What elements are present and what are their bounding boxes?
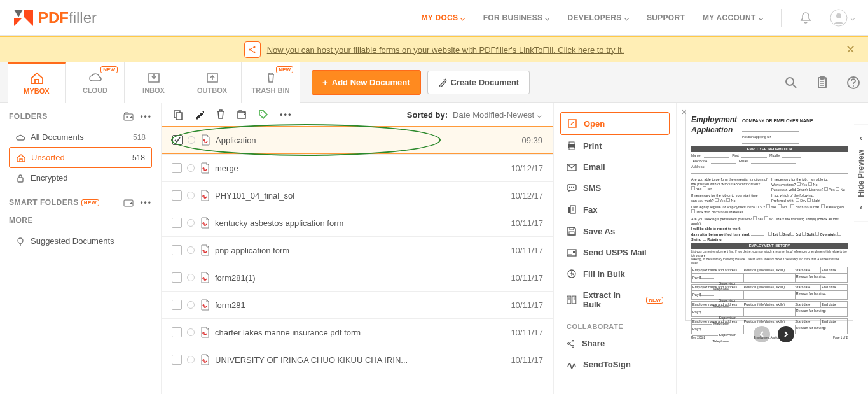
logo[interactable]: PDFfiller bbox=[13, 8, 97, 27]
close-icon[interactable]: ✕ bbox=[681, 108, 687, 116]
mail-icon bbox=[567, 248, 577, 257]
search-icon[interactable] bbox=[784, 76, 798, 90]
checkbox[interactable] bbox=[172, 300, 182, 310]
checkbox[interactable] bbox=[172, 355, 182, 365]
doc-row[interactable]: kentucky asbestos application form 10/11… bbox=[162, 209, 553, 236]
add-folder-icon[interactable]: + bbox=[123, 112, 134, 121]
doc-row[interactable]: form281 10/11/17 bbox=[162, 291, 553, 318]
add-document-button[interactable]: + Add New Document bbox=[312, 70, 421, 95]
checkbox[interactable] bbox=[172, 327, 182, 337]
action-extract[interactable]: Extract in BulkNEW bbox=[560, 285, 670, 315]
radio[interactable] bbox=[188, 136, 195, 144]
share-icon[interactable] bbox=[244, 41, 261, 58]
svg-point-1 bbox=[836, 13, 841, 18]
tag-icon[interactable] bbox=[258, 109, 268, 120]
radio[interactable] bbox=[187, 356, 195, 363]
more-icon[interactable]: ••• bbox=[280, 109, 293, 120]
doc-row[interactable]: form281(1) 10/11/17 bbox=[162, 264, 553, 291]
nav-mydocs[interactable]: MY DOCS⌵ bbox=[421, 13, 465, 22]
create-document-button[interactable]: Create Document bbox=[427, 71, 530, 94]
new-badge: NEW bbox=[646, 297, 663, 304]
checkbox[interactable] bbox=[172, 272, 182, 283]
smart-folders-heading: SMART FOLDERS bbox=[9, 198, 79, 207]
doc-row[interactable]: PHY101_04_final_sol 10/12/17 bbox=[162, 181, 553, 209]
doc-row[interactable]: charter lakes marine insurance pdf form … bbox=[162, 318, 553, 346]
doc-date: 10/11/17 bbox=[511, 300, 543, 310]
pdf-icon bbox=[200, 162, 210, 174]
sidebar-item-encrypted[interactable]: Encrypted bbox=[9, 168, 152, 188]
checkbox[interactable] bbox=[172, 245, 182, 255]
action-save[interactable]: Save As bbox=[560, 220, 670, 242]
tab-outbox[interactable]: OUTBOX bbox=[183, 62, 242, 103]
action-usps[interactable]: Send USPS Mail bbox=[560, 242, 670, 263]
tab-label: INBOX bbox=[142, 87, 165, 94]
bulk-icon bbox=[567, 269, 577, 279]
copy-icon[interactable] bbox=[173, 109, 183, 120]
doc-row[interactable]: merge 10/12/17 bbox=[162, 154, 553, 181]
nav-account[interactable]: MY ACCOUNT⌵ bbox=[703, 13, 763, 22]
doc-row[interactable]: UNIVERSITY OF IRINGA CHUO KIKUU CHA IRIN… bbox=[162, 346, 553, 373]
svg-text:+: + bbox=[130, 115, 133, 120]
sidebar-item-unsorted[interactable]: Unsorted 518 bbox=[9, 147, 152, 168]
action-sendtosign[interactable]: SendToSign bbox=[560, 354, 670, 375]
radio[interactable] bbox=[187, 274, 195, 281]
banner-link[interactable]: Now you can host your fillable forms on … bbox=[267, 45, 624, 55]
save-icon bbox=[567, 226, 577, 236]
move-icon[interactable] bbox=[237, 109, 247, 120]
hide-preview-toggle[interactable]: › Hide Preview › bbox=[854, 125, 868, 222]
inbox-icon bbox=[146, 71, 162, 84]
document-preview: ✕ Employment Application COMPANY OR EMPL… bbox=[685, 111, 853, 321]
sort-dropdown[interactable]: Date Modified-Newest⌵ bbox=[453, 110, 542, 120]
sidebar-item-all[interactable]: All Documents 518 bbox=[9, 127, 152, 147]
action-email[interactable]: Email bbox=[560, 157, 670, 178]
help-icon[interactable] bbox=[846, 76, 860, 90]
action-sms[interactable]: SMS bbox=[560, 178, 670, 199]
doc-name: UNIVERSITY OF IRINGA CHUO KIKUU CHA IRIN… bbox=[215, 355, 511, 365]
nav-support[interactable]: SUPPORT bbox=[647, 13, 685, 22]
clipboard-icon[interactable] bbox=[816, 76, 829, 90]
close-icon[interactable]: ✕ bbox=[846, 43, 855, 57]
checkbox[interactable] bbox=[172, 218, 182, 228]
edit-icon bbox=[567, 118, 577, 129]
doc-row[interactable]: Application 09:39 bbox=[162, 126, 553, 154]
svg-point-26 bbox=[569, 186, 570, 188]
action-print[interactable]: Print bbox=[560, 135, 670, 157]
checkbox[interactable] bbox=[172, 190, 182, 201]
tab-cloud[interactable]: NEW CLOUD bbox=[66, 62, 125, 103]
btn-label: Create Document bbox=[451, 78, 520, 87]
lock-icon bbox=[15, 174, 25, 183]
sidebar-item-suggested[interactable]: Suggested Documents bbox=[9, 231, 152, 251]
action-fax[interactable]: Fax bbox=[560, 199, 670, 220]
tab-trash[interactable]: NEW TRASH BIN bbox=[242, 62, 300, 103]
trash-icon[interactable] bbox=[216, 109, 225, 120]
more-icon[interactable]: ••• bbox=[140, 198, 152, 207]
pdf-icon bbox=[200, 190, 210, 201]
tab-inbox[interactable]: INBOX bbox=[125, 62, 183, 103]
checkbox[interactable] bbox=[172, 135, 183, 145]
doc-row[interactable]: pnp application form 10/11/17 bbox=[162, 236, 553, 264]
wand-icon bbox=[438, 78, 447, 87]
action-share[interactable]: Share bbox=[560, 333, 670, 354]
preview-title: Employment bbox=[691, 115, 737, 125]
add-folder-icon[interactable]: + bbox=[123, 198, 134, 207]
svg-rect-21 bbox=[569, 142, 574, 144]
tab-mybox[interactable]: MYBOX bbox=[8, 62, 66, 103]
radio[interactable] bbox=[187, 164, 195, 172]
radio[interactable] bbox=[187, 246, 195, 254]
radio[interactable] bbox=[187, 301, 195, 309]
nav-business[interactable]: FOR BUSINESS⌵ bbox=[483, 13, 550, 22]
bell-icon[interactable] bbox=[799, 11, 812, 24]
nav-developers[interactable]: DEVELOPERS⌵ bbox=[568, 13, 629, 22]
action-fillbulk[interactable]: Fill in Bulk bbox=[560, 263, 670, 285]
more-icon[interactable]: ••• bbox=[140, 112, 152, 121]
radio[interactable] bbox=[187, 192, 195, 199]
edit-icon[interactable] bbox=[195, 109, 205, 120]
action-open[interactable]: Open bbox=[560, 112, 670, 135]
radio[interactable] bbox=[187, 328, 195, 336]
pdf-icon bbox=[200, 354, 210, 365]
pdf-icon bbox=[200, 299, 210, 311]
avatar[interactable]: ⌵ bbox=[830, 9, 855, 27]
tab-label: MYBOX bbox=[24, 87, 49, 95]
checkbox[interactable] bbox=[172, 163, 182, 173]
radio[interactable] bbox=[187, 219, 195, 227]
